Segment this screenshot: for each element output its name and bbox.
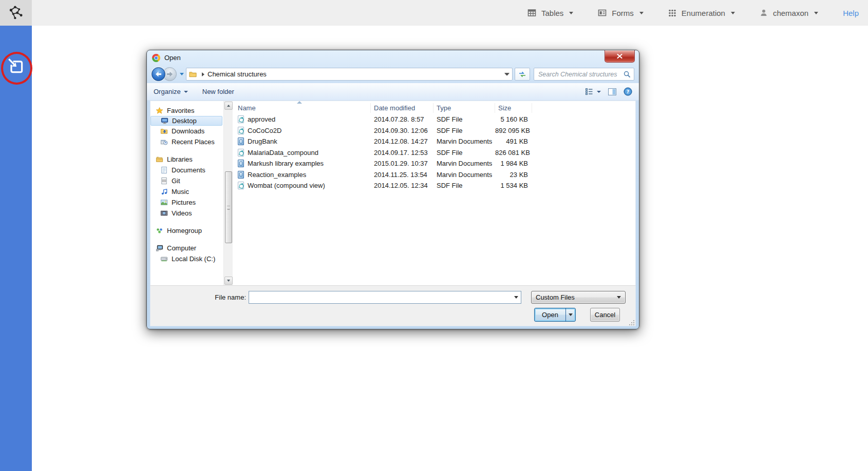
file-type: SDF File [433,149,495,156]
desktop-icon [161,117,168,125]
tree-recent-places[interactable]: Recent Places [150,136,223,147]
import-button[interactable] [7,57,25,76]
open-button[interactable]: Open [535,308,565,321]
recent-places-icon [160,138,168,146]
menu-tables-label: Tables [541,9,563,17]
tree-desktop[interactable]: Desktop [150,116,222,126]
dialog-body: Favorites Desktop Down [150,101,636,285]
documents-icon [160,166,168,174]
file-type: Marvin Documents [433,171,495,179]
refresh-button[interactable] [515,68,530,81]
file-size: 826 081 KB [495,149,532,156]
column-header-size[interactable]: Size [495,103,532,113]
dialog-nav-row: Chemical structures [147,65,639,83]
tree-computer[interactable]: Computer [150,243,223,253]
open-button-group[interactable]: Open [534,308,576,322]
file-row[interactable]: approved 2014.07.28. 8:57 SDF File 5 160… [236,114,635,125]
app-logo[interactable] [0,0,32,26]
cancel-button[interactable]: Cancel [590,308,620,322]
file-row[interactable]: Markush library examples 2015.01.29. 10:… [236,158,635,169]
tree-libraries[interactable]: Libraries [150,154,223,165]
star-icon [156,107,163,114]
tree-documents[interactable]: Documents [150,165,223,175]
file-row[interactable]: Wombat (compound view) 2014.12.05. 12:34… [236,180,635,191]
tree-git[interactable]: Git [150,175,223,186]
file-row[interactable]: MalariaData_compound 2014.09.17. 12:53 S… [236,147,635,159]
file-type-select[interactable]: Custom Files [531,291,626,304]
close-button[interactable] [605,50,635,63]
triangle-down-icon [227,280,230,282]
views-button[interactable] [585,88,601,95]
scroll-thumb[interactable] [225,171,232,243]
tree-label: Local Disk (C:) [172,255,215,263]
breadcrumb-location[interactable]: Chemical structures [207,70,267,78]
breadcrumb-arrow-icon [202,72,204,76]
scroll-down-button[interactable] [224,277,233,285]
resize-grip[interactable] [629,320,634,325]
menu-tables[interactable]: Tables [527,9,573,17]
file-date: 2014.12.08. 14:27 [371,138,433,145]
tree-videos[interactable]: Videos [150,208,223,219]
sdf-file-icon [238,127,244,134]
help-link[interactable]: Help [843,9,859,17]
file-name-label: File name: [150,293,246,301]
search-box[interactable] [534,68,634,81]
file-name: CoCoCo2D [248,127,281,134]
tree-homegroup[interactable]: Homegroup [150,225,223,236]
dialog-footer: File name: Custom Files Open Cancel [150,285,636,326]
tree-scrollbar[interactable] [223,101,233,285]
chrome-icon [152,54,160,62]
open-dropdown-icon[interactable] [565,308,575,321]
column-header-name[interactable]: Name [236,103,371,113]
new-folder-label: New folder [202,88,234,95]
tree-local-disk-c[interactable]: Local Disk (C:) [150,253,223,264]
computer-icon [156,244,163,252]
back-button[interactable] [152,67,165,81]
file-row[interactable]: CoCoCo2D 2014.09.30. 12:06 SDF File 892 … [236,125,635,136]
search-input[interactable] [537,70,624,78]
app-sidebar [0,26,32,471]
file-type-value: Custom Files [536,293,575,301]
scroll-up-button[interactable] [224,102,233,110]
chevron-down-icon [814,12,818,14]
dialog-titlebar[interactable]: Open [147,50,639,65]
file-name-dropdown-icon[interactable] [512,291,521,303]
file-name: Reaction_examples [248,171,306,179]
menu-enumeration-label: Enumeration [682,9,725,17]
column-header-date-modified[interactable]: Date modified [371,103,433,113]
address-dropdown-icon[interactable] [504,73,510,75]
file-name-combo[interactable] [249,291,521,304]
tree-downloads[interactable]: Downloads [150,126,223,136]
tree-favorites[interactable]: Favorites [150,105,223,116]
tree-label: Pictures [172,199,196,206]
homegroup-icon [156,227,163,234]
file-row[interactable]: DrugBank 2014.12.08. 14:27 Marvin Docume… [236,136,635,147]
enumeration-icon [668,9,676,17]
help-icon[interactable]: ? [624,87,632,96]
file-name-input[interactable] [249,291,512,303]
column-header-type[interactable]: Type [433,103,495,113]
menu-user[interactable]: chemaxon [760,9,818,17]
file-size: 5 160 KB [495,115,532,123]
tree-music[interactable]: Music [150,186,223,197]
file-row[interactable]: Reaction_examples 2014.11.25. 13:54 Marv… [236,169,635,181]
chevron-down-icon [597,91,601,93]
tree-label: Videos [172,209,192,217]
sdf-file-icon [238,149,244,156]
menu-forms[interactable]: Forms [598,9,644,17]
tree-label: Homegroup [167,227,202,234]
new-folder-button[interactable]: New folder [202,88,234,95]
videos-icon [160,209,168,217]
menu-enumeration[interactable]: Enumeration [668,9,735,17]
address-bar[interactable]: Chemical structures [186,68,513,81]
back-arrow-icon [155,71,162,77]
git-icon [160,177,168,185]
search-icon[interactable] [624,71,631,78]
history-dropdown-icon[interactable] [180,73,184,75]
organize-button[interactable]: Organize [154,88,188,95]
sdf-file-icon [238,115,244,123]
scroll-track[interactable] [224,110,233,277]
sdf-file-icon [238,182,244,189]
preview-pane-icon[interactable] [608,88,617,96]
tree-pictures[interactable]: Pictures [150,197,223,208]
